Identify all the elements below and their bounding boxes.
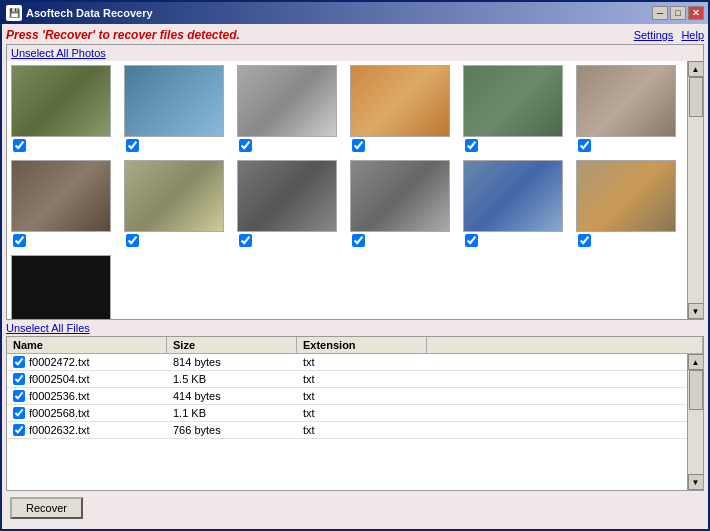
file-extension-cell: txt <box>297 354 427 370</box>
title-bar-left: 💾 Asoftech Data Recovery <box>6 5 153 21</box>
photo-panel: Unselect All Photos ▲ ▼ <box>6 44 704 320</box>
unselect-photos-bar: Unselect All Photos <box>7 45 703 61</box>
photo-thumbnail <box>124 65 224 137</box>
recover-button[interactable]: Recover <box>10 497 83 519</box>
photo-item <box>350 65 455 152</box>
file-size-cell: 1.1 KB <box>167 405 297 421</box>
file-scroll-track[interactable] <box>688 370 703 474</box>
photo-item <box>11 255 116 319</box>
photo-select-checkbox[interactable] <box>126 139 139 152</box>
photo-select-checkbox[interactable] <box>239 139 252 152</box>
photo-item <box>576 160 681 247</box>
file-panel: Name Size Extension f0002472.txt814 byte… <box>6 336 704 491</box>
photo-grid-container <box>7 61 687 319</box>
file-size-cell: 814 bytes <box>167 354 297 370</box>
main-content: Press 'Recover' to recover files detecte… <box>2 24 708 529</box>
scroll-track[interactable] <box>688 77 703 303</box>
photo-select-checkbox[interactable] <box>239 234 252 247</box>
file-extension-cell: txt <box>297 422 427 438</box>
photo-select-checkbox[interactable] <box>13 139 26 152</box>
photo-thumbnail <box>463 65 563 137</box>
photo-select-checkbox[interactable] <box>352 234 365 247</box>
main-window: 💾 Asoftech Data Recovery ─ □ ✕ Press 'Re… <box>0 0 710 531</box>
top-bar: Press 'Recover' to recover files detecte… <box>6 28 704 42</box>
window-title: Asoftech Data Recovery <box>26 7 153 19</box>
help-link[interactable]: Help <box>681 29 704 41</box>
file-table-body: f0002472.txt814 bytestxtf0002504.txt1.5 … <box>7 354 687 490</box>
file-size-cell: 1.5 KB <box>167 371 297 387</box>
file-table-wrapper: f0002472.txt814 bytestxtf0002504.txt1.5 … <box>7 354 703 490</box>
photo-thumbnail <box>576 160 676 232</box>
file-size-cell: 766 bytes <box>167 422 297 438</box>
col-header-extension: Extension <box>297 337 427 353</box>
maximize-button[interactable]: □ <box>670 6 686 20</box>
recover-prompt: Press 'Recover' to recover files detecte… <box>6 28 240 42</box>
photo-item <box>463 65 568 152</box>
photo-thumbnail <box>237 160 337 232</box>
file-name-cell: f0002632.txt <box>7 422 167 438</box>
close-button[interactable]: ✕ <box>688 6 704 20</box>
photo-scrollbar[interactable]: ▲ ▼ <box>687 61 703 319</box>
file-extension-cell: txt <box>297 388 427 404</box>
file-name-text: f0002632.txt <box>29 424 90 436</box>
photo-item <box>237 160 342 247</box>
photo-thumbnail <box>576 65 676 137</box>
file-select-checkbox[interactable] <box>13 424 25 436</box>
file-scroll-thumb[interactable] <box>689 370 703 410</box>
minimize-button[interactable]: ─ <box>652 6 668 20</box>
file-extension-cell: txt <box>297 371 427 387</box>
file-size-cell: 414 bytes <box>167 388 297 404</box>
col-header-size: Size <box>167 337 297 353</box>
photo-item <box>576 65 681 152</box>
table-row: f0002536.txt414 bytestxt <box>7 388 687 405</box>
photo-select-checkbox[interactable] <box>465 139 478 152</box>
scroll-down-button[interactable]: ▼ <box>688 303 704 319</box>
photo-thumbnail <box>11 255 111 319</box>
photo-select-checkbox[interactable] <box>13 234 26 247</box>
file-select-checkbox[interactable] <box>13 407 25 419</box>
file-select-checkbox[interactable] <box>13 356 25 368</box>
file-select-checkbox[interactable] <box>13 373 25 385</box>
photo-select-checkbox[interactable] <box>352 139 365 152</box>
photo-item <box>350 160 455 247</box>
file-scrollbar[interactable]: ▲ ▼ <box>687 354 703 490</box>
file-select-checkbox[interactable] <box>13 390 25 402</box>
file-scroll-down-button[interactable]: ▼ <box>688 474 704 490</box>
photo-item <box>124 160 229 247</box>
file-extra-cell <box>427 411 687 415</box>
file-name-cell: f0002536.txt <box>7 388 167 404</box>
file-table-header: Name Size Extension <box>7 337 703 354</box>
scroll-up-button[interactable]: ▲ <box>688 61 704 77</box>
scroll-thumb[interactable] <box>689 77 703 117</box>
app-icon: 💾 <box>6 5 22 21</box>
file-extra-cell <box>427 360 687 364</box>
photo-item <box>237 65 342 152</box>
photo-select-checkbox[interactable] <box>578 234 591 247</box>
file-name-text: f0002568.txt <box>29 407 90 419</box>
photo-thumbnail <box>463 160 563 232</box>
title-bar: 💾 Asoftech Data Recovery ─ □ ✕ <box>2 2 708 24</box>
unselect-all-photos-link[interactable]: Unselect All Photos <box>11 47 106 59</box>
photo-thumbnail <box>11 160 111 232</box>
photo-thumbnail <box>237 65 337 137</box>
file-scroll-up-button[interactable]: ▲ <box>688 354 704 370</box>
photo-select-checkbox[interactable] <box>578 139 591 152</box>
photo-select-checkbox[interactable] <box>126 234 139 247</box>
file-extension-cell: txt <box>297 405 427 421</box>
table-row: f0002568.txt1.1 KBtxt <box>7 405 687 422</box>
photo-item <box>11 160 116 247</box>
photo-select-checkbox[interactable] <box>465 234 478 247</box>
photo-item <box>124 65 229 152</box>
photo-thumbnail <box>124 160 224 232</box>
window-controls: ─ □ ✕ <box>652 6 704 20</box>
photo-item <box>463 160 568 247</box>
table-row: f0002472.txt814 bytestxt <box>7 354 687 371</box>
photo-thumbnail <box>350 160 450 232</box>
unselect-files-bar: Unselect All Files <box>6 320 704 336</box>
settings-link[interactable]: Settings <box>634 29 674 41</box>
file-extra-cell <box>427 428 687 432</box>
top-links: Settings Help <box>634 29 704 41</box>
unselect-all-files-link[interactable]: Unselect All Files <box>6 322 90 334</box>
file-name-text: f0002536.txt <box>29 390 90 402</box>
file-extra-cell <box>427 377 687 381</box>
